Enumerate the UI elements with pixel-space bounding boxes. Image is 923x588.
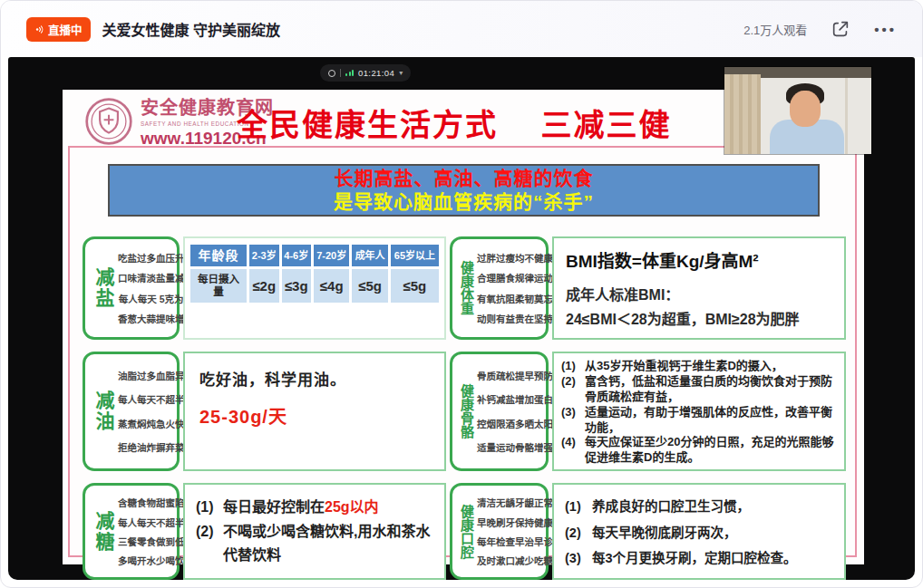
table-cell: ≤3g bbox=[282, 269, 312, 303]
table-cell: ≤4g bbox=[314, 269, 349, 303]
share-button[interactable] bbox=[831, 19, 850, 39]
salt-intake-table-box: 年龄段 2-3岁 4-6岁 7-20岁 成年人 65岁以上 每日摄入量 ≤2g … bbox=[183, 236, 446, 340]
weight-line: 合理膳食规律运动 bbox=[477, 271, 553, 284]
table-header: 2-3岁 bbox=[249, 245, 279, 266]
oil-advice-box: 吃好油，科学用油。 25-30g/天 bbox=[183, 352, 446, 471]
table-cell: ≤2g bbox=[249, 269, 279, 303]
share-icon bbox=[831, 19, 850, 39]
oral-advice-item: (1) 养成良好的口腔卫生习惯， bbox=[565, 494, 837, 519]
healthy-weight-label: 健康体重 bbox=[457, 261, 476, 315]
bone-advice-box: (1) 从35岁开始重视钙于维生素D的摄入， (2) 富含钙，低盐和适量蛋白质的… bbox=[552, 352, 846, 471]
reduce-sugar-label: 减糖 bbox=[90, 511, 117, 553]
more-options-button[interactable]: ••• bbox=[874, 22, 897, 37]
label-box-reduce-oil: 减油 油脂过多血脂异常 每人每天不超半两 蒸煮焖炖急火快炒 拒绝油炸摒弃菜汤 bbox=[83, 352, 180, 471]
stream-title: 关爱女性健康 守护美丽绽放 bbox=[102, 18, 280, 40]
label-box-healthy-oral: 健康口腔 清洁无龋牙龈正常 早晚刷牙保持健康 每年检查早治早诊 及时漱口减少吃糖 bbox=[450, 483, 549, 580]
top-bar: 直播中 关爱女性健康 守护美丽绽放 2.1万人观看 ••• bbox=[1, 1, 922, 57]
label-box-reduce-sugar: 减糖 含糖食物甜蜜陷阱 每人每天不超半两 三餐零食做到低糖 多喝开水少喝饮料 bbox=[83, 483, 180, 580]
presenter-webcam[interactable] bbox=[724, 67, 871, 154]
reduce-salt-label: 减盐 bbox=[90, 267, 117, 309]
bone-advice-item: (4) 每天应保证至少20分钟的日照，充足的光照能够促进维生素D的生成。 bbox=[561, 435, 839, 466]
live-badge-label: 直播中 bbox=[48, 21, 83, 38]
table-row-label: 每日摄入量 bbox=[190, 269, 247, 303]
oral-advice-item: (2) 每天早晚彻底刷牙两次， bbox=[565, 520, 837, 545]
presentation-slide: 安全健康教育网 SAFETY AND HEALTH EDUCATION www.… bbox=[63, 90, 864, 564]
sugar-advice-box: (1) 每日最好控制在25g以内 (2) 不喝或少喝含糖饮料,用水和茶水代替饮料 bbox=[183, 483, 446, 580]
bone-line: 控烟限酒多晒太阳 bbox=[477, 417, 553, 430]
broadcast-icon bbox=[34, 24, 44, 34]
bone-advice-item: (1) 从35岁开始重视钙于维生素D的摄入， bbox=[561, 359, 839, 374]
weight-line: 有氧抗阻柔韧莫忘 bbox=[477, 292, 553, 305]
table-cell: ≤5g bbox=[391, 269, 439, 303]
sugar-advice-item: (2) 不喝或少喝含糖饮料,用水和茶水代替饮料 bbox=[196, 520, 435, 568]
divider bbox=[340, 69, 341, 77]
oral-advice-box: (1) 养成良好的口腔卫生习惯， (2) 每天早晚彻底刷牙两次， (3) 每3个… bbox=[552, 483, 846, 580]
healthy-bone-label: 健康骨骼 bbox=[457, 384, 476, 439]
bmi-standard-title: 成年人标准BMI： bbox=[566, 283, 832, 304]
bmi-standard-values: 24≤BMI＜28为超重，BMI≥28为肥胖 bbox=[566, 307, 832, 329]
presenter-avatar bbox=[768, 74, 846, 154]
logo-emblem-icon bbox=[84, 97, 133, 146]
stream-timer: 01:21:04 bbox=[358, 68, 394, 78]
table-header: 7-20岁 bbox=[314, 245, 349, 266]
live-stream-window: 直播中 关爱女性健康 守护美丽绽放 2.1万人观看 ••• 01:21:04 bbox=[0, 0, 923, 588]
network-signal-icon bbox=[345, 70, 354, 76]
bone-line: 适量运动骨骼增强 bbox=[477, 440, 553, 454]
bone-line: 补钙减盐增加蛋白 bbox=[477, 392, 553, 406]
weight-line: 过胖过瘦均不健康 bbox=[477, 251, 553, 265]
bmi-formula: BMI指数=体重Kg/身高M² bbox=[566, 247, 832, 272]
label-box-healthy-weight: 健康体重 过胖过瘦均不健康 合理膳食规律运动 有氧抗阻柔韧莫忘 动则有益贵在坚持 bbox=[450, 236, 549, 340]
table-header: 成年人 bbox=[352, 245, 387, 266]
banner-line-2: 是导致心脑血管疾病的“杀手” bbox=[334, 190, 594, 214]
banner-line-1: 长期高盐、高油、高糖的饮食 bbox=[335, 167, 594, 190]
bone-line: 骨质疏松提早预防 bbox=[477, 369, 553, 382]
oral-line: 早晚刷牙保持健康 bbox=[477, 516, 553, 529]
oil-daily-amount: 25-30g/天 bbox=[199, 402, 430, 429]
label-box-healthy-bone: 健康骨骼 骨质疏松提早预防 补钙减盐增加蛋白 控烟限酒多晒太阳 适量运动骨骼增强 bbox=[450, 352, 549, 471]
ellipsis-icon: ••• bbox=[874, 22, 897, 37]
warning-banner: 长期高盐、高油、高糖的饮食 是导致心脑血管疾病的“杀手” bbox=[108, 164, 820, 217]
weight-line: 动则有益贵在坚持 bbox=[477, 312, 553, 325]
table-header: 4-6岁 bbox=[282, 245, 312, 266]
sugar-advice-item: (1) 每日最好控制在25g以内 bbox=[196, 496, 435, 519]
bone-advice-item: (3) 适量运动，有助于增强肌体的反应性，改善平衡功能， bbox=[561, 405, 839, 436]
oral-line: 每年检查早治早诊 bbox=[477, 535, 553, 548]
stream-info-pill[interactable]: 01:21:04 ▾ bbox=[320, 64, 411, 82]
oil-advice-text: 吃好油，科学用油。 bbox=[199, 367, 430, 390]
table-cell: ≤5g bbox=[352, 269, 387, 303]
live-status-badge: 直播中 bbox=[26, 17, 91, 42]
oral-advice-item: (3) 每3个月更换牙刷，定期口腔检查。 bbox=[565, 545, 837, 571]
sugar-limit-highlight: 25g以内 bbox=[325, 499, 379, 515]
table-header: 65岁以上 bbox=[391, 245, 439, 266]
video-player[interactable]: 01:21:04 ▾ 安全健康教育网 SAFETY AND HEALTH EDU… bbox=[8, 57, 915, 580]
oral-line: 清洁无龋牙龈正常 bbox=[477, 496, 553, 509]
webcam-curtain bbox=[724, 74, 761, 154]
content-grid: 减盐 吃盐过多血压升高 口味清淡盐量减半 每人每天 5克为宜 香葱大蒜提味增鲜 … bbox=[83, 236, 846, 552]
oral-line: 及时漱口减少吃糖 bbox=[477, 554, 553, 567]
label-box-reduce-salt: 减盐 吃盐过多血压升高 口味清淡盐量减半 每人每天 5克为宜 香葱大蒜提味增鲜 bbox=[83, 236, 180, 340]
bone-advice-item: (2) 富含钙，低盐和适量蛋白质的均衡饮食对于预防骨质疏松症有益， bbox=[561, 374, 839, 405]
stream-dot-icon bbox=[328, 70, 335, 77]
bmi-info-box: BMI指数=体重Kg/身高M² 成年人标准BMI： 24≤BMI＜28为超重，B… bbox=[552, 236, 846, 340]
slide-title: 全民健康生活方式 三减三健 bbox=[237, 101, 671, 145]
reduce-oil-label: 减油 bbox=[90, 390, 117, 432]
salt-intake-table: 年龄段 2-3岁 4-6岁 7-20岁 成年人 65岁以上 每日摄入量 ≤2g … bbox=[188, 242, 442, 305]
table-header: 年龄段 bbox=[190, 245, 247, 266]
chevron-down-icon[interactable]: ▾ bbox=[399, 69, 403, 77]
healthy-oral-label: 健康口腔 bbox=[457, 505, 476, 559]
viewer-count: 2.1万人观看 bbox=[743, 21, 807, 38]
